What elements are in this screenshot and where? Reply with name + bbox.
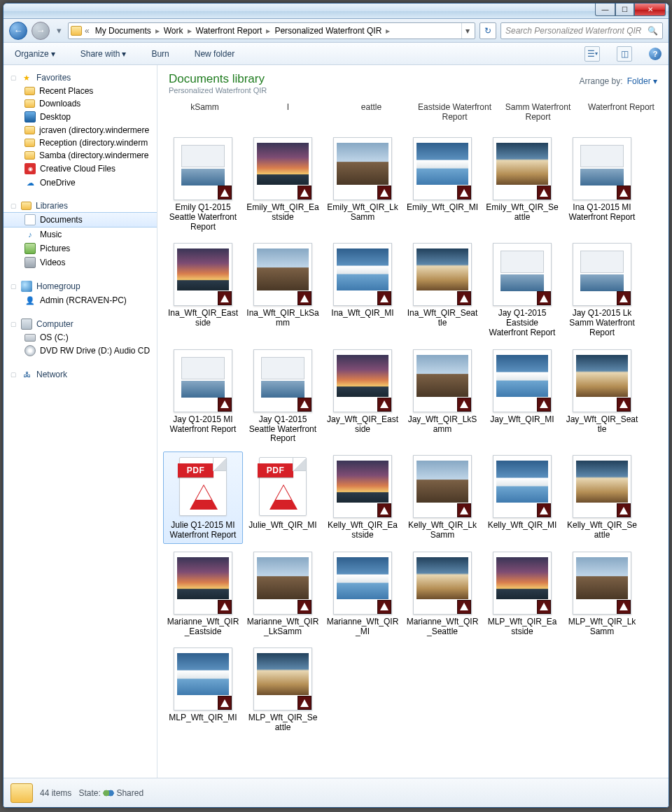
share-with-menu[interactable]: Share with ▾	[76, 47, 131, 61]
nav-item[interactable]: Downloads	[4, 97, 157, 110]
file-label-fragment[interactable]: Eastside Waterfront Report	[413, 102, 496, 134]
file-item[interactable]: Emily_Wft_QIR_Seattle	[482, 134, 562, 235]
file-item[interactable]: PDFJulie Q1-2015 MI Waterfront Report	[163, 451, 243, 544]
file-item[interactable]: PDFJulie_Wft_QIR_MI	[243, 451, 323, 544]
view-options-button[interactable]: ☰ ▾	[584, 46, 600, 62]
adobe-badge-icon	[537, 186, 551, 200]
file-item[interactable]: Ina_Wft_QIR_Eastside	[163, 239, 243, 341]
nav-item[interactable]: ◉Creative Cloud Files	[4, 162, 157, 176]
arrange-by[interactable]: Arrange by: Folder ▾	[580, 76, 657, 86]
help-button[interactable]: ?	[649, 48, 662, 60]
adobe-badge-icon	[377, 186, 391, 200]
nav-item[interactable]: 👤Admin (RCRAVEN-PC)	[4, 293, 157, 307]
file-item[interactable]: Emily_Wft_QIR_MI	[402, 134, 482, 235]
nav-item[interactable]: OS (C:)	[4, 331, 157, 344]
file-list[interactable]: kSammIeattleEastside Waterfront ReportSa…	[158, 99, 668, 778]
file-item[interactable]: Kelly_Wft_QIR_Eastside	[323, 451, 402, 544]
file-item[interactable]: Jay_Wft_QIR_Seattle	[562, 346, 642, 447]
file-item[interactable]: MLP_Wft_QIR_Eastside	[482, 548, 562, 640]
file-item[interactable]: Ina_Wft_QIR_LkSamm	[243, 239, 323, 341]
forward-button[interactable]: →	[31, 22, 50, 40]
nav-item-label: Pictures	[40, 244, 70, 253]
nav-item[interactable]: Documents	[4, 212, 157, 227]
nav-item[interactable]: Recent Places	[4, 85, 157, 97]
preview-pane-button[interactable]: ◫	[617, 46, 632, 62]
address-dropdown[interactable]: ▾	[461, 23, 472, 38]
new-folder-button[interactable]: New folder	[190, 47, 239, 61]
breadcrumb-separator: ▸	[186, 26, 193, 36]
file-item[interactable]: Jay_Wft_QIR_Eastside	[323, 346, 402, 447]
favorites-group[interactable]: ▢★Favorites	[4, 71, 157, 85]
homegroup-group[interactable]: ▢Homegroup	[4, 279, 157, 293]
file-name: Ina_Wft_QIR_Seattle	[405, 309, 480, 328]
file-name: MLP_Wft_QIR_MI	[167, 713, 238, 723]
file-label-fragment[interactable]: eattle	[330, 102, 413, 134]
minimize-button[interactable]: —	[595, 4, 615, 16]
maximize-button[interactable]: ☐	[615, 4, 634, 16]
network-group[interactable]: ▢🖧Network	[4, 368, 157, 382]
nav-item[interactable]: Samba (directory.windermere	[4, 149, 157, 162]
nav-item[interactable]: ☁OneDrive	[4, 176, 157, 190]
file-item[interactable]: Jay_Wft_QIR_LkSamm	[402, 346, 482, 447]
computer-group[interactable]: ▢Computer	[4, 317, 157, 331]
file-label-fragment[interactable]: kSamm	[163, 102, 246, 134]
file-item[interactable]: Ina Q1-2015 MI Waterfront Report	[562, 134, 642, 235]
burn-button[interactable]: Burn	[147, 47, 173, 61]
nav-item[interactable]: jcraven (directory.windermere	[4, 124, 157, 136]
file-item[interactable]: Marianne_Wft_QIR_MI	[323, 548, 402, 640]
file-item[interactable]: Jay Q1-2015 Seattle Waterfront Report	[243, 346, 323, 447]
nav-item[interactable]: DVD RW Drive (D:) Audio CD	[4, 344, 157, 358]
adobe-badge-icon	[617, 291, 631, 305]
file-label-fragment[interactable]: I	[246, 102, 330, 134]
file-item[interactable]: MLP_Wft_QIR_Seattle	[243, 644, 323, 736]
nav-item[interactable]: Videos	[4, 255, 157, 270]
file-item[interactable]: Marianne_Wft_QIR_LkSamm	[243, 548, 323, 640]
file-item[interactable]: Jay Q1-2015 Eastside Waterfront Report	[482, 239, 562, 341]
file-item[interactable]: Kelly_Wft_QIR_Seattle	[562, 451, 642, 544]
file-item[interactable]: Jay_Wft_QIR_MI	[482, 346, 562, 447]
address-bar[interactable]: « My Documents▸Work▸Waterfront Report▸Pe…	[68, 22, 475, 39]
adobe-badge-icon	[537, 503, 551, 517]
file-name: Jay Q1-2015 Seattle Waterfront Report	[245, 415, 321, 444]
breadcrumb-segment[interactable]: Personalized Waterfront QIR	[272, 24, 384, 37]
file-item[interactable]: Ina_Wft_QIR_MI	[323, 239, 402, 341]
drive-icon	[24, 334, 36, 342]
file-item[interactable]: Marianne_Wft_QIR_Eastside	[163, 548, 243, 640]
breadcrumb-segment[interactable]: Work	[161, 24, 186, 37]
history-dropdown[interactable]: ▾	[54, 24, 64, 37]
file-item[interactable]: Emily Q1-2015 Seattle Waterfront Report	[163, 134, 243, 235]
file-item[interactable]: Kelly_Wft_QIR_LkSamm	[402, 451, 482, 544]
organize-menu[interactable]: Organize ▾	[10, 47, 59, 61]
libraries-group[interactable]: ▢Libraries	[4, 200, 157, 212]
search-box[interactable]: Search Personalized Waterfront QIR 🔍	[500, 22, 663, 39]
breadcrumb-separator: ▸	[154, 26, 161, 36]
file-item[interactable]: Emily_Wft_QIR_Eastside	[243, 134, 323, 235]
file-item[interactable]: Jay Q1-2015 MI Waterfront Report	[163, 346, 243, 447]
titlebar[interactable]: — ☐ ✕	[4, 4, 668, 19]
nav-item[interactable]: Reception (directory.winderm	[4, 136, 157, 149]
breadcrumb-segment[interactable]: Waterfront Report	[193, 24, 265, 37]
file-item[interactable]: MLP_Wft_QIR_MI	[163, 644, 243, 736]
file-item[interactable]: Jay Q1-2015 Lk Samm Waterfront Report	[562, 239, 642, 341]
navigation-pane[interactable]: ▢★Favorites Recent PlacesDownloadsDeskto…	[4, 65, 158, 778]
breadcrumb-segment[interactable]: My Documents	[92, 24, 154, 37]
nav-item[interactable]: ♪Music	[4, 227, 157, 241]
file-item[interactable]: Ina_Wft_QIR_Seattle	[402, 239, 482, 341]
file-thumbnail	[493, 137, 552, 200]
file-item[interactable]: Emily_Wft_QIR_LkSamm	[323, 134, 402, 235]
refresh-button[interactable]: ↻	[479, 22, 496, 39]
nav-item[interactable]: Desktop	[4, 110, 157, 124]
breadcrumb-separator: ▸	[265, 26, 272, 36]
vid-icon	[24, 257, 36, 268]
nav-item[interactable]: Pictures	[4, 241, 157, 255]
file-label-fragment[interactable]: Waterfront Report	[580, 102, 663, 134]
close-button[interactable]: ✕	[634, 4, 666, 16]
file-label-fragment[interactable]: Samm Waterfront Report	[496, 102, 580, 134]
library-subtitle: Personalized Waterfront QIR	[169, 86, 267, 94]
file-item[interactable]: Kelly_Wft_QIR_MI	[482, 451, 562, 544]
back-button[interactable]: ←	[9, 22, 27, 40]
file-item[interactable]: Marianne_Wft_QIR_Seattle	[402, 548, 482, 640]
file-thumbnail	[493, 455, 552, 518]
file-item[interactable]: MLP_Wft_QIR_LkSamm	[562, 548, 642, 640]
file-thumbnail	[573, 349, 631, 412]
